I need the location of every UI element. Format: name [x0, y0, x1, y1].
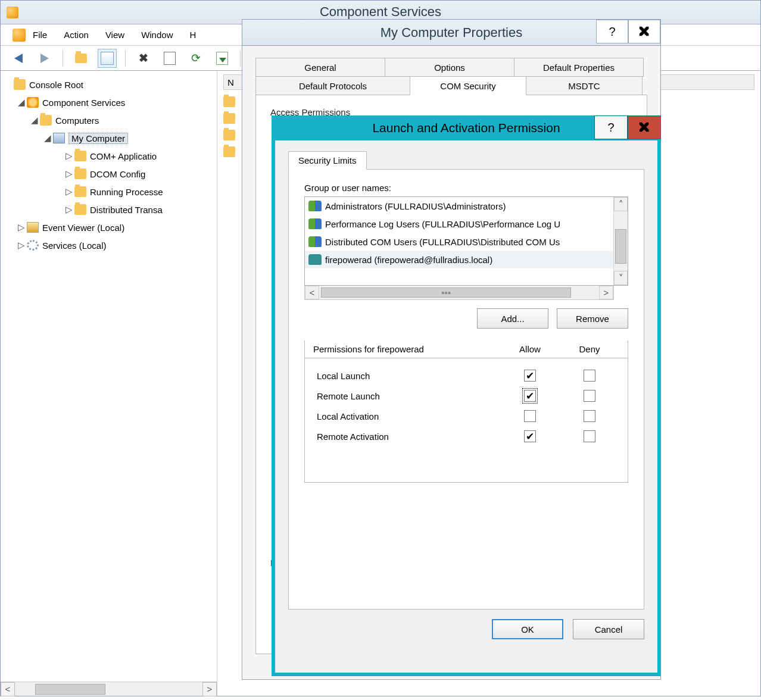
tree-node-console-root[interactable]: Console Root [4, 76, 213, 93]
list-item-performance-log-users[interactable]: Performance Log Users (FULLRADIUS\Perfor… [305, 215, 613, 233]
deny-checkbox[interactable] [584, 410, 595, 422]
folder-icon [223, 130, 235, 140]
forward-button[interactable] [35, 49, 54, 68]
toolbar-separator [125, 50, 126, 67]
scroll-up-button[interactable]: ˄ [614, 197, 628, 211]
permissions-table: Permissions for firepowerad Allow Deny L… [304, 340, 628, 483]
delete-button[interactable] [134, 49, 153, 68]
scroll-thumb[interactable] [615, 229, 626, 264]
permission-name: Local Launch [313, 371, 500, 381]
close-button[interactable]: 🗙 [628, 115, 661, 139]
tree-horizontal-scrollbar[interactable]: < > [1, 682, 217, 696]
tree-node-distributed-transactions[interactable]: ▷Distributed Transa [4, 201, 213, 218]
close-button[interactable]: 🗙 [628, 20, 660, 43]
tree-node-dcom-config[interactable]: ▷DCOM Config [4, 165, 213, 183]
deny-checkbox[interactable] [584, 390, 595, 402]
cancel-button[interactable]: Cancel [573, 619, 644, 639]
permission-row: Remote Activation✔ [313, 426, 619, 446]
folder-icon [74, 168, 86, 179]
ok-button[interactable]: OK [492, 619, 563, 639]
perm-title: Launch and Activation Permission [372, 121, 560, 135]
menu-action[interactable]: Action [64, 30, 89, 40]
list-item-distributed-com-users[interactable]: Distributed COM Users (FULLRADIUS\Distri… [305, 233, 613, 251]
allow-checkbox[interactable]: ✔ [524, 370, 536, 382]
main-title: Component Services [320, 4, 441, 20]
tree-icon [101, 52, 114, 65]
scroll-down-button[interactable]: ˅ [614, 271, 628, 285]
list-vertical-scrollbar[interactable]: ˄ ˅ [613, 197, 628, 285]
permissions-for-label: Permissions for firepowerad [313, 344, 500, 354]
allow-checkbox[interactable]: ✔ [524, 390, 536, 402]
tab-default-properties[interactable]: Default Properties [514, 58, 644, 77]
list-item-firepowerad[interactable]: firepowerad (firepowerad@fullradius.loca… [305, 251, 613, 268]
remove-button[interactable]: Remove [557, 308, 628, 329]
folder-icon [74, 204, 86, 215]
properties-button[interactable] [160, 49, 179, 68]
component-services-icon [27, 97, 39, 108]
deny-checkbox[interactable] [584, 370, 595, 382]
folder-icon [74, 151, 86, 161]
event-viewer-icon [27, 222, 39, 233]
folder-icon [223, 146, 235, 157]
group-user-names-list[interactable]: Administrators (FULLRADIUS\Administrator… [304, 196, 628, 286]
tab-security-limits[interactable]: Security Limits [288, 151, 367, 170]
scroll-left-button[interactable]: < [1, 682, 15, 696]
allow-checkbox[interactable]: ✔ [524, 430, 536, 442]
perm-titlebar[interactable]: Launch and Activation Permission ? 🗙 [272, 115, 661, 140]
list-horizontal-scrollbar[interactable]: < ▪▪▪ > [304, 286, 614, 300]
menu-window[interactable]: Window [141, 30, 173, 40]
add-button[interactable]: Add... [477, 308, 548, 329]
tree-node-computers[interactable]: ◢Computers [4, 111, 213, 129]
scroll-left-button[interactable]: < [305, 286, 319, 299]
back-button[interactable] [9, 49, 28, 68]
tree-node-com-applications[interactable]: ▷COM+ Applicatio [4, 147, 213, 165]
tree-node-my-computer[interactable]: ◢My Computer [4, 129, 213, 147]
app-icon-small [13, 29, 26, 42]
list-item-administrators[interactable]: Administrators (FULLRADIUS\Administrator… [305, 197, 613, 215]
props-titlebar[interactable]: My Computer Properties ? 🗙 [242, 20, 660, 46]
tree-node-services[interactable]: ▷Services (Local) [4, 236, 213, 254]
tab-options[interactable]: Options [385, 58, 514, 77]
group-user-names-label: Group or user names: [304, 183, 628, 193]
help-button[interactable]: ? [596, 20, 628, 43]
permission-name: Remote Activation [313, 432, 500, 442]
tab-default-protocols[interactable]: Default Protocols [255, 76, 410, 95]
computer-icon [53, 133, 65, 143]
export-icon [216, 52, 228, 65]
up-folder-button[interactable] [71, 49, 91, 68]
allow-checkbox[interactable] [524, 410, 536, 422]
menu-file[interactable]: File [33, 30, 47, 40]
tree-node-component-services[interactable]: ◢Component Services [4, 93, 213, 111]
folder-icon [223, 96, 235, 107]
menu-view[interactable]: View [105, 30, 124, 40]
folder-icon [74, 186, 86, 197]
group-icon [308, 236, 322, 247]
properties-icon [164, 52, 176, 65]
deny-column-header: Deny [560, 344, 619, 354]
tab-general[interactable]: General [255, 58, 385, 77]
tree-node-running-processes[interactable]: ▷Running Processe [4, 183, 213, 201]
allow-column-header: Allow [500, 344, 560, 354]
tree-view-button[interactable] [98, 49, 117, 68]
toolbar-separator [63, 50, 63, 67]
scroll-right-button[interactable]: > [599, 286, 613, 299]
scroll-right-button[interactable]: > [202, 682, 217, 696]
folder-icon [223, 113, 235, 124]
tab-msdtc[interactable]: MSDTC [526, 76, 643, 95]
menu-help[interactable]: H [189, 30, 196, 40]
props-tabs: General Options Default Properties Defau… [255, 58, 647, 95]
permission-row: Local Launch✔ [313, 365, 619, 386]
security-limits-page: Group or user names: Administrators (FUL… [288, 169, 644, 610]
tree-node-event-viewer[interactable]: ▷Event Viewer (Local) [4, 218, 213, 236]
export-button[interactable] [213, 49, 232, 68]
user-icon [308, 254, 322, 265]
help-button[interactable]: ? [594, 115, 628, 139]
tab-com-security[interactable]: COM Security [410, 76, 526, 95]
refresh-button[interactable] [186, 49, 205, 68]
deny-checkbox[interactable] [584, 430, 595, 442]
scroll-thumb[interactable] [35, 684, 105, 695]
tree-pane[interactable]: Console Root ◢Component Services ◢Comput… [1, 71, 217, 696]
folder-icon [14, 79, 26, 90]
toolbar-separator [240, 50, 241, 67]
scroll-thumb[interactable]: ▪▪▪ [321, 288, 571, 298]
